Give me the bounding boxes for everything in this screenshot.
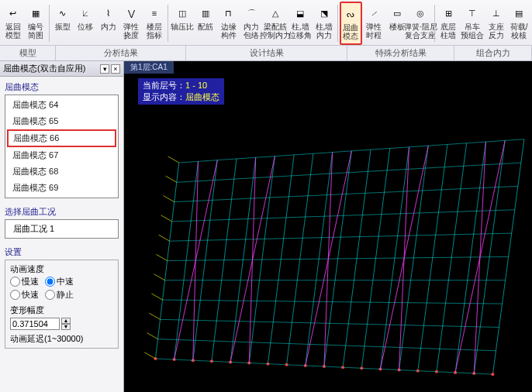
internal-force-icon: ⌇ <box>99 4 118 22</box>
svg-line-55 <box>159 235 170 241</box>
crane-button[interactable]: ⊤吊车 预组合 <box>460 2 485 45</box>
case-group-label: 选择屈曲工况 <box>5 205 119 219</box>
spin-down-icon[interactable]: ▼ <box>61 324 71 330</box>
anim-speed-label: 动画速度 <box>10 263 113 275</box>
floor-slab-icon: ▭ <box>388 4 406 22</box>
close-icon[interactable]: × <box>111 64 120 74</box>
ribbon-tabstrip: 模型分析结果设计结果特殊分析结果组合内力 <box>0 45 532 60</box>
ribbon-group-分析结果: 分析结果 <box>56 46 186 60</box>
speed-radio-慢速[interactable]: 慢速 <box>10 276 39 287</box>
svg-line-63 <box>249 157 255 363</box>
speed-radio-静止[interactable]: 静止 <box>45 289 74 301</box>
svg-line-67 <box>399 147 409 370</box>
svg-line-50 <box>147 333 157 339</box>
ribbon-group-设计结果: 设计结果 <box>186 46 347 60</box>
internal-force-button[interactable]: ⌇内力 <box>97 2 120 45</box>
elastic-time-button[interactable]: ⟋弹性 时程 <box>362 2 385 45</box>
load-check-icon: ▤ <box>510 4 528 22</box>
svg-line-49 <box>144 352 155 359</box>
panel-title-bar: 屈曲模态(双击自应用) ▾ × <box>0 61 123 77</box>
side-panel: 屈曲模态(双击自应用) ▾ × 屈曲模态 屈曲模态 64屈曲模态 65屈曲模态 … <box>0 61 124 392</box>
axial-ratio-icon: ◫ <box>173 4 192 22</box>
svg-line-54 <box>156 254 167 260</box>
column-force-button[interactable]: ⬔柱,墙 内力 <box>313 2 336 45</box>
spring-damper-icon: ◎ <box>411 4 430 22</box>
svg-line-57 <box>164 196 174 202</box>
delay-label: 动画延迟(1~30000) <box>10 333 113 345</box>
force-envelope-icon: ⌒ <box>242 4 261 22</box>
bottom-column-button[interactable]: ⊞底层 柱墙 <box>437 2 460 45</box>
svg-line-69 <box>474 142 485 373</box>
ribbon-group-模型: 模型 <box>0 46 56 60</box>
number-scheme-button[interactable]: ▦编号 简图 <box>25 2 48 45</box>
spin-up-icon[interactable]: ▲ <box>61 318 71 324</box>
mode-item[interactable]: 屈曲模态 65 <box>7 113 116 129</box>
edge-member-button[interactable]: ⊓边缘 构件 <box>217 2 240 45</box>
svg-line-45 <box>172 210 515 222</box>
number-scheme-icon: ▦ <box>26 4 45 22</box>
svg-line-58 <box>166 176 177 182</box>
back-model-icon: ↩ <box>4 4 22 22</box>
column-disp-button[interactable]: ⬓柱,墙 位移角 <box>288 2 313 45</box>
axial-ratio-button[interactable]: ◫轴压比 <box>170 2 195 45</box>
viewport-3d[interactable]: 第1层:CA1 当前层号：1 - 10 显示内容：屈曲模态 <box>124 61 532 392</box>
support-reaction-button[interactable]: ⊥支座 反力 <box>485 2 508 45</box>
crane-icon: ⊤ <box>463 4 482 22</box>
buckling-mode-button[interactable]: ᔓ屈曲 模态 <box>340 2 363 45</box>
svg-line-51 <box>149 313 160 319</box>
modes-listbox[interactable]: 屈曲模态 64屈曲模态 65屈曲模态 66屈曲模态 67屈曲模态 68屈曲模态 … <box>5 95 119 198</box>
deform-label: 变形幅度 <box>10 304 113 316</box>
svg-line-44 <box>170 233 512 241</box>
column-disp-icon: ⬓ <box>291 4 309 22</box>
beam-control-button[interactable]: △梁配筋 控制内力 <box>263 2 288 45</box>
svg-line-46 <box>174 186 518 201</box>
mode-item[interactable]: 屈曲模态 69 <box>7 180 116 196</box>
bottom-column-icon: ⊞ <box>439 4 458 22</box>
mode-shape-icon: ∿ <box>54 4 72 22</box>
svg-line-61 <box>193 161 199 360</box>
mode-item[interactable]: 屈曲模态 68 <box>7 163 116 180</box>
displacement-icon: ⟀ <box>76 4 95 22</box>
beam-control-icon: △ <box>266 4 285 22</box>
elastic-deflection-button[interactable]: ⋁弹性 挠度 <box>120 2 143 45</box>
modes-group-label: 屈曲模态 <box>5 80 119 95</box>
svg-line-52 <box>151 294 162 300</box>
pin-icon[interactable]: ▾ <box>100 64 109 74</box>
buckling-mode-icon: ᔓ <box>341 5 360 23</box>
elastic-deflection-icon: ⋁ <box>122 4 140 22</box>
mode-item[interactable]: 屈曲模态 64 <box>7 97 116 113</box>
viewport-tab[interactable]: 第1层:CA1 <box>124 61 174 74</box>
ribbon-group-组合内力: 组合内力 <box>454 46 532 60</box>
panel-title: 屈曲模态(双击自应用) <box>3 63 85 74</box>
edge-member-icon: ⊓ <box>219 4 238 22</box>
reinforcement-icon: ▥ <box>196 4 215 22</box>
mode-item[interactable]: 屈曲模态 67 <box>7 147 116 163</box>
deform-input[interactable] <box>10 318 60 330</box>
mode-item[interactable]: 屈曲模态 66 <box>7 129 116 147</box>
speed-radio-快速[interactable]: 快速 <box>10 289 39 301</box>
svg-line-53 <box>154 274 164 280</box>
svg-line-59 <box>168 156 179 163</box>
floor-index-icon: ≡ <box>145 4 164 22</box>
mode-shape-button[interactable]: ∿振型 <box>51 2 74 45</box>
svg-line-40 <box>161 319 499 327</box>
floor-index-button[interactable]: ≡楼层 指标 <box>143 2 166 45</box>
ribbon-toolbar: ↩返回 模型▦编号 简图∿振型⟀位移⌇内力⋁弹性 挠度≡楼层 指标◫轴压比▥配筋… <box>0 0 532 61</box>
load-check-button[interactable]: ▤荷载/ 校核 <box>507 2 530 45</box>
support-reaction-icon: ⊥ <box>487 4 506 22</box>
column-force-icon: ⬔ <box>315 4 333 22</box>
reinforcement-button[interactable]: ▥配筋 <box>195 2 218 45</box>
svg-line-39 <box>157 339 496 351</box>
settings-label: 设置 <box>5 245 119 260</box>
speed-radio-中速[interactable]: 中速 <box>45 276 74 287</box>
ribbon-group-特殊分析结果: 特殊分析结果 <box>347 46 454 60</box>
displacement-button[interactable]: ⟀位移 <box>74 2 98 45</box>
svg-line-56 <box>161 215 172 222</box>
elastic-time-icon: ⟋ <box>364 4 383 22</box>
back-model-button[interactable]: ↩返回 模型 <box>2 2 25 45</box>
case-select[interactable]: 屈曲工况 1 <box>5 219 119 239</box>
structural-mesh <box>124 92 532 390</box>
svg-line-47 <box>177 163 521 182</box>
spring-damper-button[interactable]: ◎弹簧·阻尼 复合支座 <box>408 2 433 45</box>
